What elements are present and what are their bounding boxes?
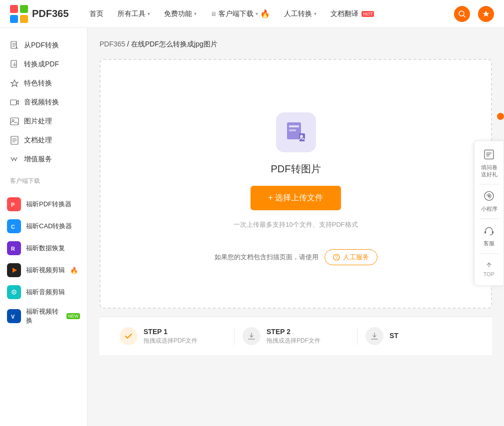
ai-service-row: 如果您的文档包含扫描页面，请使用 人工服务 xyxy=(214,249,378,265)
step-2-icon xyxy=(242,327,260,345)
logo-text: PDF365 xyxy=(32,8,68,19)
mini-program-icon xyxy=(484,191,494,204)
video-convert-icon: V xyxy=(7,309,21,323)
ai-service-text: 如果您的文档包含扫描页面，请使用 xyxy=(214,253,318,262)
svg-point-34 xyxy=(488,195,490,197)
svg-rect-3 xyxy=(20,15,28,23)
pdf-converter-icon: P xyxy=(7,197,21,211)
cad-converter-icon: C xyxy=(7,219,21,233)
sidebar-item-doc[interactable]: 文档处理 xyxy=(0,131,87,150)
chevron-down-icon: ▾ xyxy=(256,11,258,16)
pdf-to-image-icon xyxy=(276,112,316,152)
sidebar-download-audio[interactable]: 福昕音频剪辑 xyxy=(0,281,87,303)
svg-rect-7 xyxy=(11,60,16,67)
survey-label: 填问卷送好礼 xyxy=(481,164,498,178)
to-pdf-icon xyxy=(10,60,19,69)
step-1-title: STEP 1 xyxy=(144,328,198,336)
nav-translate[interactable]: 文档翻译 HOT xyxy=(324,6,380,21)
step-1-icon xyxy=(120,327,138,345)
right-floating-panel: 填问卷送好礼 小程序 客服 TOP xyxy=(474,140,504,286)
customer-service-button[interactable]: 客服 xyxy=(474,221,504,251)
image-icon xyxy=(10,117,19,126)
svg-text:C: C xyxy=(11,224,15,230)
vip-icon xyxy=(10,155,19,164)
ai-service-btn-label: 人工服务 xyxy=(343,253,369,262)
nav-home[interactable]: 首页 xyxy=(84,6,110,21)
header: PDF365 首页 所有工具 ▾ 免费功能 ▾ 🖥 客户端下载 ▾ 🔥 人工转换… xyxy=(0,0,504,28)
sidebar-item-special[interactable]: 特色转换 xyxy=(0,74,87,93)
svg-rect-35 xyxy=(484,231,486,234)
step-1: STEP 1 拖拽或选择PDF文件 xyxy=(112,327,234,345)
from-pdf-icon xyxy=(10,41,19,50)
new-badge: NEW xyxy=(66,313,80,319)
header-right xyxy=(454,6,494,22)
panel-divider-1 xyxy=(479,184,499,185)
breadcrumb-part-1[interactable]: PDF365 xyxy=(100,40,125,48)
panel-divider-3 xyxy=(479,253,499,254)
chevron-down-icon: ▾ xyxy=(148,11,150,16)
main-nav: 首页 所有工具 ▾ 免费功能 ▾ 🖥 客户端下载 ▾ 🔥 人工转换 ▾ 文档翻译… xyxy=(84,6,454,21)
mini-program-label: 小程序 xyxy=(481,206,498,213)
step-2-content: STEP 2 拖拽或选择PDF文件 xyxy=(266,328,320,345)
nav-tools[interactable]: 所有工具 ▾ xyxy=(112,6,156,21)
fire-icon: 🔥 xyxy=(260,9,270,18)
orange-dot xyxy=(497,113,504,120)
step-3: ST xyxy=(358,327,480,345)
sidebar-download-recovery[interactable]: R 福昕数据恢复 xyxy=(0,237,87,259)
user-avatar[interactable] xyxy=(478,6,494,22)
svg-point-31 xyxy=(336,258,337,259)
step-1-content: STEP 1 拖拽或选择PDF文件 xyxy=(144,328,198,345)
special-icon xyxy=(10,79,19,88)
audio-icon xyxy=(7,285,21,299)
sidebar-download-pdf[interactable]: P 福昕PDF转换器 xyxy=(0,193,87,215)
svg-text:V: V xyxy=(11,314,15,320)
doc-icon xyxy=(10,136,19,145)
logo[interactable]: PDF365 xyxy=(10,5,68,23)
step-3-content: ST xyxy=(390,332,398,341)
step-2-desc: 拖拽或选择PDF文件 xyxy=(266,337,320,345)
sidebar-item-vip[interactable]: 增值服务 xyxy=(0,150,87,169)
main-content: PDF365 / 在线PDF怎么转换成jpg图片 PDF转图片 + 选择上传文件 xyxy=(88,28,504,426)
customer-service-label: 客服 xyxy=(484,240,494,247)
svg-point-29 xyxy=(300,135,303,138)
sidebar-download-cad[interactable]: C 福昕CAD转换器 xyxy=(0,215,87,237)
av-icon xyxy=(10,98,19,107)
svg-rect-0 xyxy=(10,5,18,13)
recovery-icon: R xyxy=(7,241,21,255)
svg-rect-8 xyxy=(10,100,16,105)
survey-icon xyxy=(484,149,494,162)
svg-rect-9 xyxy=(10,118,18,125)
sidebar-item-av[interactable]: 音视频转换 xyxy=(0,93,87,112)
upload-area: PDF转图片 + 选择上传文件 一次上传最多支持10个文件、支持PDF格式 如果… xyxy=(100,59,492,309)
sidebar-item-from-pdf[interactable]: 从PDF转换 xyxy=(0,36,87,55)
svg-rect-26 xyxy=(289,125,299,127)
sidebar-item-to-pdf[interactable]: 转换成PDF xyxy=(0,55,87,74)
svg-line-5 xyxy=(464,15,465,17)
chevron-down-icon: ▾ xyxy=(314,11,316,16)
step-3-icon xyxy=(366,327,384,345)
step-1-desc: 拖拽或选择PDF文件 xyxy=(144,337,198,345)
upload-hint: 一次上传最多支持10个文件、支持PDF格式 xyxy=(234,220,358,229)
step-3-title: ST xyxy=(390,332,398,340)
nav-free[interactable]: 免费功能 ▾ xyxy=(158,6,202,21)
svg-rect-27 xyxy=(289,129,296,131)
nav-download[interactable]: 🖥 客户端下载 ▾ 🔥 xyxy=(204,6,276,21)
sidebar-download-video-edit[interactable]: 福昕视频剪辑 🔥 xyxy=(0,259,87,281)
svg-text:R: R xyxy=(11,246,15,252)
search-button[interactable] xyxy=(454,6,470,22)
sidebar-item-image[interactable]: 图片处理 xyxy=(0,112,87,131)
video-edit-icon xyxy=(7,263,21,277)
fire-icon-small: 🔥 xyxy=(70,267,78,274)
survey-button[interactable]: 填问卷送好礼 xyxy=(474,145,504,182)
mini-program-button[interactable]: 小程序 xyxy=(474,187,504,217)
ai-service-button[interactable]: 人工服务 xyxy=(324,249,378,265)
svg-rect-1 xyxy=(20,5,28,13)
nav-manual[interactable]: 人工转换 ▾ xyxy=(278,6,322,21)
hot-badge: HOT xyxy=(362,11,374,17)
svg-rect-2 xyxy=(10,15,18,23)
back-to-top-button[interactable]: TOP xyxy=(480,256,498,281)
panel-divider-2 xyxy=(479,219,499,219)
upload-button[interactable]: + 选择上传文件 xyxy=(250,186,342,210)
page-layout: 从PDF转换 转换成PDF 特色转换 xyxy=(0,28,504,426)
sidebar-download-video-convert[interactable]: V 福昕视频转换 NEW xyxy=(0,303,87,329)
